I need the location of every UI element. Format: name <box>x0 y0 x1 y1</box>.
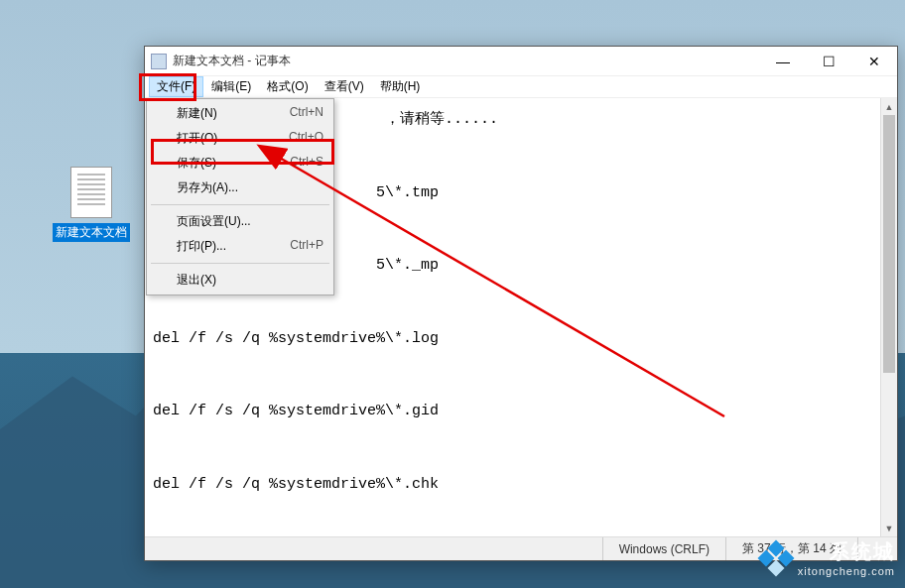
watermark-url: xitongcheng.com <box>798 565 895 577</box>
menu-view[interactable]: 查看(V) <box>317 76 372 97</box>
watermark: 系统城 xitongcheng.com <box>750 532 905 583</box>
menu-separator <box>151 263 329 264</box>
menu-item-label: 页面设置(U)... <box>177 213 323 230</box>
menu-item-label: 保存(S) <box>177 155 290 172</box>
close-button[interactable]: ✕ <box>851 47 897 76</box>
menubar: 文件(F) 编辑(E) 格式(O) 查看(V) 帮助(H) <box>145 76 897 98</box>
menu-item-shortcut: Ctrl+N <box>290 105 323 122</box>
desktop-icon-label: 新建文本文档 <box>53 223 130 242</box>
window-controls: — ☐ ✕ <box>760 47 897 76</box>
menu-item-page-setup[interactable]: 页面设置(U)... <box>149 209 331 234</box>
watermark-brand: 系统城 <box>798 538 895 565</box>
menu-edit[interactable]: 编辑(E) <box>203 76 259 97</box>
watermark-logo-icon <box>760 542 792 574</box>
notepad-window: 新建文本文档 - 记事本 — ☐ ✕ 文件(F) 编辑(E) 格式(O) 查看(… <box>144 46 898 561</box>
status-encoding: Windows (CRLF) <box>602 537 725 560</box>
menu-item-shortcut: Ctrl+O <box>289 130 323 147</box>
menu-item-exit[interactable]: 退出(X) <box>149 268 331 293</box>
menu-item-label: 退出(X) <box>177 272 323 289</box>
menu-file[interactable]: 文件(F) <box>149 76 203 97</box>
text-partial-line: 5\*.tmp <box>376 184 439 201</box>
scrollbar-thumb[interactable] <box>883 115 895 373</box>
menu-item-save-as[interactable]: 另存为(A)... <box>149 176 331 200</box>
menu-item-label: 打印(P)... <box>177 238 290 255</box>
text-file-icon <box>70 167 112 218</box>
text-line: del /f /s /q %systemdrive%\*.log <box>153 330 439 347</box>
menu-item-label: 另存为(A)... <box>177 179 323 196</box>
menu-item-shortcut: Ctrl+P <box>290 238 323 255</box>
file-menu-dropdown: 新建(N) Ctrl+N 打开(O)... Ctrl+O 保存(S) Ctrl+… <box>146 98 334 295</box>
desktop-file-icon[interactable]: 新建文本文档 <box>52 167 131 242</box>
menu-item-open[interactable]: 打开(O)... Ctrl+O <box>149 126 331 151</box>
menu-item-label: 新建(N) <box>177 105 290 122</box>
titlebar: 新建文本文档 - 记事本 — ☐ ✕ <box>145 47 897 76</box>
text-line: del /f /s /q %systemdrive%\*.chk <box>153 476 439 493</box>
menu-item-print[interactable]: 打印(P)... Ctrl+P <box>149 234 331 259</box>
menu-help[interactable]: 帮助(H) <box>372 76 429 97</box>
maximize-button[interactable]: ☐ <box>806 47 851 76</box>
menu-item-label: 打开(O)... <box>177 130 289 147</box>
window-title: 新建文本文档 - 记事本 <box>173 53 760 69</box>
text-partial-line: ，请稍等...... <box>385 111 498 128</box>
minimize-button[interactable]: — <box>760 47 806 76</box>
menu-item-new[interactable]: 新建(N) Ctrl+N <box>149 101 331 126</box>
text-partial-line: 5\*._mp <box>376 257 439 274</box>
menu-format[interactable]: 格式(O) <box>259 76 316 97</box>
menu-separator <box>151 204 329 205</box>
menu-item-save[interactable]: 保存(S) Ctrl+S <box>149 151 331 176</box>
scroll-up-arrow-icon[interactable]: ▲ <box>881 98 897 115</box>
text-line: del /f /s /q %systemdrive%\*.gid <box>153 403 439 419</box>
menu-item-shortcut: Ctrl+S <box>290 155 323 172</box>
notepad-app-icon <box>151 54 167 69</box>
vertical-scrollbar[interactable]: ▲ ▼ <box>880 98 897 536</box>
